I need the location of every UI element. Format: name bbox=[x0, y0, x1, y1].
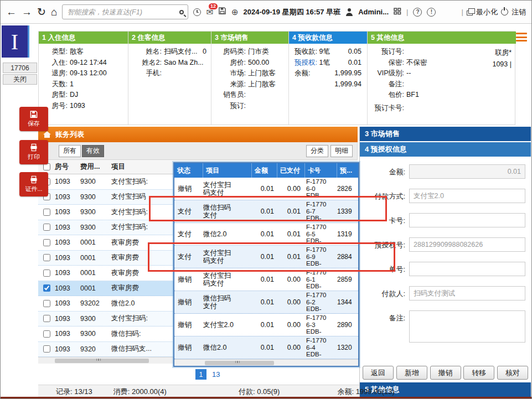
return-button[interactable]: 返回 bbox=[363, 366, 394, 380]
room-cell: 1093 bbox=[55, 269, 80, 277]
detail-view-button[interactable]: 明细 bbox=[330, 145, 353, 157]
help-icon[interactable]: ? bbox=[413, 8, 422, 17]
row-checkbox[interactable] bbox=[43, 300, 50, 307]
amount-field[interactable] bbox=[409, 164, 525, 179]
remark-label: 备注: bbox=[360, 310, 405, 323]
next-page[interactable]: 13 bbox=[212, 370, 220, 379]
filter-valid-button[interactable]: 有效 bbox=[82, 145, 104, 157]
record-value: 13/13 bbox=[74, 387, 92, 396]
globe-icon[interactable]: ⊕ bbox=[231, 8, 239, 16]
transfer-button[interactable]: 转移 bbox=[463, 366, 494, 380]
status-cell: 支付 bbox=[174, 230, 203, 239]
row-checkbox[interactable] bbox=[43, 270, 50, 277]
col-paid: 已支付 bbox=[277, 163, 305, 178]
field-label: 预订卡号: bbox=[370, 103, 404, 114]
save-button[interactable]: 保存 bbox=[19, 107, 48, 131]
remark-field[interactable] bbox=[409, 310, 525, 343]
amount-label: 金额: bbox=[360, 164, 405, 177]
popup-horizontal-scrollbar[interactable] bbox=[174, 359, 358, 366]
balance-label: 余额: bbox=[337, 387, 354, 396]
order-number-field[interactable] bbox=[409, 262, 525, 276]
row-checkbox[interactable] bbox=[43, 254, 50, 261]
search-input[interactable] bbox=[63, 8, 175, 16]
item-cell: 支付宝扫码支付 bbox=[203, 249, 252, 265]
section-market-header[interactable]: 3 市场销售 bbox=[360, 127, 531, 141]
field-label: 入住: bbox=[41, 58, 68, 69]
certificate-print-button[interactable]: 证件... bbox=[19, 172, 48, 196]
panel-market-title: 3 市场销售 bbox=[211, 32, 288, 44]
messages-icon[interactable]: ✉ 12 bbox=[206, 7, 213, 17]
field-label: 房价: bbox=[214, 58, 246, 69]
row-checkbox[interactable] bbox=[43, 224, 50, 231]
row-checkbox[interactable] bbox=[43, 330, 50, 338]
field-label: 市场: bbox=[214, 68, 246, 79]
preauth-number-field[interactable] bbox=[409, 237, 525, 252]
field-value: 门市类 bbox=[248, 46, 269, 58]
amount-cell: 0.01 bbox=[252, 276, 277, 283]
paid-cell: 0.01 bbox=[277, 230, 305, 238]
scrollbar-thumb[interactable] bbox=[55, 359, 149, 363]
username-text[interactable]: Admini... bbox=[358, 8, 389, 16]
code-cell: 93202 bbox=[80, 299, 111, 307]
payment-row[interactable]: 撤销支付宝2.00.010.00F-1770 6-3 EDB-2890 bbox=[174, 314, 358, 336]
card-cell: F-1770 6-0 EDB- bbox=[305, 178, 337, 199]
void-button[interactable]: 撤销 bbox=[430, 366, 461, 380]
payment-row[interactable]: 支付支付宝扫码支付0.010.01F-1770 6-9 EDB-2884 bbox=[174, 246, 358, 268]
filter-all-button[interactable]: 所有 bbox=[59, 145, 81, 157]
row-checkbox[interactable] bbox=[43, 315, 50, 322]
print-button[interactable]: 打印 bbox=[19, 140, 48, 164]
shift-clock-icon[interactable] bbox=[193, 8, 201, 16]
payer-field[interactable] bbox=[409, 286, 525, 300]
preauth-link[interactable]: 预授权: bbox=[295, 58, 317, 69]
payment-row[interactable]: 支付微信2.00.010.01F-1770 6-5 EDB-1319 bbox=[174, 223, 358, 246]
amount-cell: 0.01 bbox=[252, 253, 277, 261]
field-label: VIP级别: bbox=[370, 68, 404, 79]
deposit-label: 余额: bbox=[295, 68, 310, 79]
current-page[interactable]: 1 bbox=[195, 369, 206, 380]
certificate-button-label: 证件... bbox=[25, 185, 42, 193]
row-checkbox[interactable] bbox=[43, 345, 50, 353]
folio-number-box[interactable]: 17706 bbox=[3, 63, 37, 73]
row-checkbox[interactable] bbox=[43, 209, 50, 216]
payment-value: 0.05(9) bbox=[257, 387, 280, 396]
apps-grid-icon[interactable] bbox=[394, 7, 401, 17]
minimize-icon[interactable] bbox=[467, 11, 473, 15]
verify-button[interactable]: 核对 bbox=[497, 366, 528, 380]
home-icon[interactable]: ⌂ bbox=[51, 7, 57, 17]
card-cell: F-1770 6-2 EDB- bbox=[305, 292, 337, 313]
code-cell: 9300 bbox=[80, 178, 111, 185]
section-preauth-header[interactable]: 4 预授权信息 bbox=[360, 142, 531, 157]
close-button[interactable]: 关闭 bbox=[3, 74, 37, 85]
card-number-field[interactable] bbox=[409, 213, 525, 227]
popup-table-body: 撤销支付宝扫码支付0.010.00F-1770 6-0 EDB-2826 支付微… bbox=[174, 178, 358, 359]
payment-method-field[interactable] bbox=[409, 189, 525, 203]
payment-row[interactable]: 撤销微信扫码支付0.010.00F-1770 6-2 EDB-1344 bbox=[174, 291, 358, 314]
row-checkbox[interactable] bbox=[43, 284, 50, 292]
room-cell: 1093 bbox=[55, 178, 80, 185]
amount-cell: 0.01 bbox=[252, 208, 277, 215]
preauth-cell: 2884 bbox=[337, 253, 357, 261]
payment-row[interactable]: 撤销支付宝扫码支付0.010.00F-1770 6-1 EDB-2859 bbox=[174, 268, 358, 291]
field-label: 手机: bbox=[131, 68, 162, 79]
row-checkbox[interactable] bbox=[43, 239, 50, 246]
magnifier-glyph bbox=[179, 10, 184, 14]
logout-label[interactable]: 注销 bbox=[512, 7, 526, 17]
hamburger-menu-icon[interactable] bbox=[516, 33, 527, 42]
field-label: 包价: bbox=[370, 90, 404, 101]
field-value: -- bbox=[406, 68, 411, 79]
search-icon[interactable] bbox=[175, 6, 188, 18]
minimize-label[interactable]: 最小化 bbox=[476, 7, 498, 17]
payment-row[interactable]: 撤销微信2.00.010.00F-1770 6-4 EDB-1320 bbox=[174, 336, 358, 359]
logout-power-icon[interactable] bbox=[501, 8, 508, 15]
payment-row[interactable]: 撤销支付宝扫码支付0.010.00F-1770 6-0 EDB-2826 bbox=[174, 178, 358, 200]
payment-row[interactable]: 支付微信扫码支付0.010.01F-1770 6-7 EDB-1339 bbox=[174, 200, 358, 223]
deposit-count: 1笔 bbox=[319, 58, 329, 69]
forward-icon[interactable]: → bbox=[22, 7, 32, 17]
category-view-button[interactable]: 分类 bbox=[306, 145, 328, 157]
refresh-icon[interactable]: ↻ bbox=[37, 7, 46, 17]
field-value: DJ bbox=[70, 90, 78, 101]
add-button[interactable]: 新增 bbox=[396, 366, 427, 380]
back-icon[interactable]: ← bbox=[6, 7, 17, 17]
save-disk-icon[interactable] bbox=[218, 7, 226, 17]
info-icon[interactable]: ! bbox=[427, 8, 436, 17]
